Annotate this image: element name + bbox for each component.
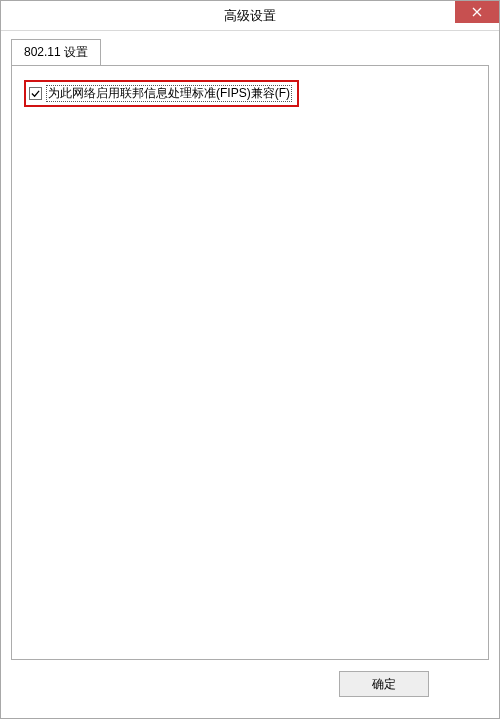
tab-80211-settings[interactable]: 802.11 设置	[11, 39, 101, 66]
close-button[interactable]	[455, 1, 499, 23]
advanced-settings-dialog: 高级设置 802.11 设置 为此网络启用联邦信息处理标准(FIPS)兼容(F)	[0, 0, 500, 719]
fips-option-highlight: 为此网络启用联邦信息处理标准(FIPS)兼容(F)	[24, 80, 299, 107]
title-bar: 高级设置	[1, 1, 499, 31]
client-area: 802.11 设置 为此网络启用联邦信息处理标准(FIPS)兼容(F) 确定	[1, 31, 499, 718]
ok-button-label: 确定	[372, 676, 396, 693]
fips-checkbox[interactable]	[29, 87, 42, 100]
window-title: 高级设置	[224, 7, 276, 25]
tab-strip: 802.11 设置	[11, 39, 489, 65]
tab-panel: 为此网络启用联邦信息处理标准(FIPS)兼容(F)	[11, 65, 489, 660]
ok-button[interactable]: 确定	[339, 671, 429, 697]
tab-label: 802.11 设置	[24, 45, 88, 59]
check-icon	[31, 89, 40, 98]
close-icon	[472, 7, 482, 17]
fips-checkbox-label[interactable]: 为此网络启用联邦信息处理标准(FIPS)兼容(F)	[46, 85, 292, 102]
dialog-button-row: 确定	[11, 660, 489, 708]
